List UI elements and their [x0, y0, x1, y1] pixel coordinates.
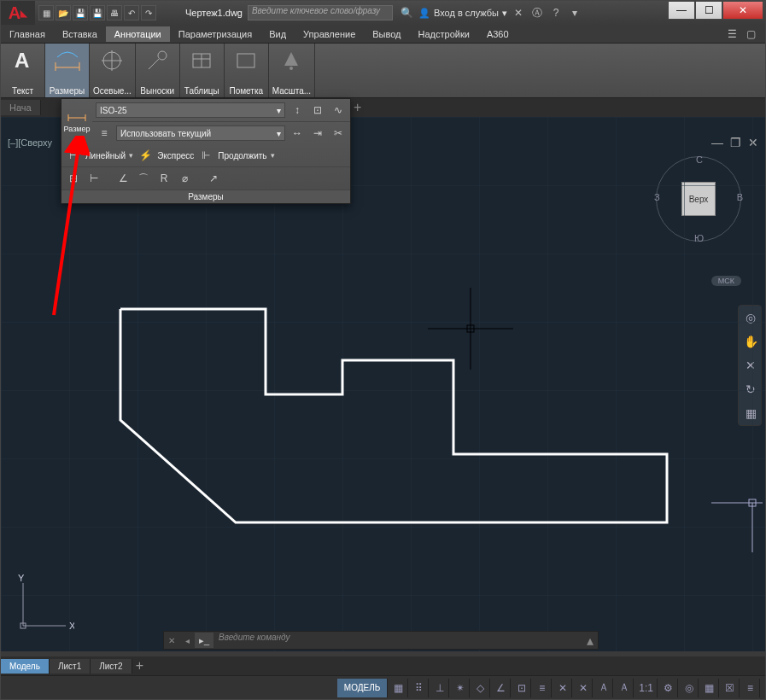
annoscale-icon[interactable]: Ａ — [615, 679, 634, 697]
dim-break-icon[interactable]: ✂ — [330, 125, 347, 142]
tab-a360[interactable]: A360 — [478, 26, 517, 42]
dim-dia-icon[interactable]: ⌀ — [176, 170, 193, 187]
zoom-extents-icon[interactable]: ✕ — [739, 353, 763, 377]
cmdline-drag-icon[interactable]: ◂ — [179, 636, 195, 645]
qat-undo-icon[interactable]: ↶ — [124, 5, 139, 20]
lineweight-icon[interactable]: ✕ — [553, 679, 572, 697]
tab-annotate[interactable]: Аннотации — [106, 26, 170, 42]
dim-spacing-icon[interactable]: ⇥ — [309, 125, 326, 142]
workspace-icon[interactable]: ⚙ — [659, 679, 678, 697]
dimension-tool-button[interactable]: Размер — [61, 99, 92, 138]
dim-override-icon[interactable]: ⊡ — [309, 102, 326, 119]
infocenter-icon[interactable]: 🔍 — [400, 5, 415, 20]
layout-tab-2[interactable]: Лист2 — [91, 659, 132, 674]
vp-restore-icon[interactable]: ❐ — [730, 136, 741, 149]
orbit-icon[interactable]: ↻ — [739, 377, 763, 401]
autodesk-icon[interactable]: Ⓐ — [529, 5, 545, 20]
dim-update-icon[interactable]: ↕ — [289, 102, 306, 119]
dynucs-icon[interactable]: ⊡ — [512, 679, 531, 697]
hardware-icon[interactable]: ▦ — [700, 679, 719, 697]
tab-output[interactable]: Вывод — [364, 26, 409, 42]
viewcube-top-face[interactable]: Верх — [681, 182, 716, 216]
drop-footer[interactable]: Размеры — [61, 190, 350, 203]
help-icon[interactable]: ? — [548, 5, 564, 20]
wcs-badge[interactable]: МСК — [711, 276, 741, 286]
layout-tab-model[interactable]: Модель — [1, 659, 50, 674]
cmdline-history-icon[interactable]: ▴ — [582, 633, 598, 649]
view-cube[interactable]: Верх С Ю З В — [656, 156, 741, 242]
viewcube-west-label[interactable]: З — [654, 192, 660, 202]
dimstyle-dropdown[interactable]: ISO-25▾ — [96, 102, 285, 118]
dim-tol-icon[interactable]: ⊞ — [65, 170, 82, 187]
cmdline-close-icon[interactable]: ✕ — [164, 636, 179, 645]
help-dropdown-icon[interactable]: ▾ — [567, 5, 582, 20]
viewport-label[interactable]: [–][Сверху — [8, 137, 52, 148]
grid-icon[interactable]: ▦ — [389, 679, 408, 697]
qat-redo-icon[interactable]: ↷ — [141, 5, 156, 20]
dim-aligned-icon[interactable]: ↔ — [289, 125, 306, 142]
tab-parametric[interactable]: Параметризация — [170, 26, 260, 42]
motion-icon[interactable]: ▦ — [739, 401, 763, 425]
qat-new-icon[interactable]: ▦ — [38, 5, 54, 20]
viewcube-north-label[interactable]: С — [696, 155, 703, 165]
viewcube-east-label[interactable]: В — [737, 192, 743, 202]
dim-check-icon[interactable]: ∿ — [330, 102, 347, 119]
polar-icon[interactable]: ✴ — [451, 679, 470, 697]
panel-tables[interactable]: Таблицы — [180, 44, 225, 97]
osnap-track-icon[interactable]: ∠ — [492, 679, 511, 697]
tab-view[interactable]: Вид — [260, 26, 295, 42]
ucs-icon[interactable]: X Y — [15, 575, 74, 638]
tab-addins[interactable]: Надстройки — [410, 26, 478, 42]
custom-icon[interactable]: ≡ — [741, 679, 760, 697]
vp-minimize-icon[interactable]: — — [711, 136, 723, 149]
panel-dimensions[interactable]: Размеры — [45, 44, 90, 97]
ribbon-collapse-icon[interactable]: ▢ — [743, 26, 758, 42]
transparency-icon[interactable]: ✕ — [574, 679, 593, 697]
qat-saveas-icon[interactable]: 💾 — [90, 5, 105, 20]
signin-button[interactable]: 👤 Вход в службы ▾ — [418, 5, 507, 20]
tab-more-icon[interactable]: ☰ — [724, 26, 740, 42]
linear-icon[interactable]: ⊢ — [65, 147, 82, 164]
layer-lines-icon[interactable]: ≡ — [96, 125, 113, 142]
search-input[interactable]: Введите ключевое слово/фразу — [248, 5, 393, 20]
command-line[interactable]: ✕ ◂ ▸_ Введите команду ▴ — [163, 631, 599, 650]
vp-close-icon[interactable]: ✕ — [748, 136, 758, 149]
tab-manage[interactable]: Управление — [295, 26, 364, 42]
snap-icon[interactable]: ⠿ — [410, 679, 429, 697]
maximize-button[interactable]: ☐ — [695, 1, 722, 20]
express-icon[interactable]: ⚡ — [137, 147, 154, 164]
layout-tab-add[interactable]: + — [132, 658, 148, 674]
dim-layer-dropdown[interactable]: Использовать текущий▾ — [116, 125, 285, 141]
qat-save-icon[interactable]: 💾 — [73, 5, 88, 20]
drawing-tab-start[interactable]: Нача — [1, 100, 41, 115]
dyn-input-icon[interactable]: ≡ — [533, 679, 552, 697]
isolate-icon[interactable]: ◎ — [680, 679, 699, 697]
dim-jog-icon[interactable]: ↗ — [205, 170, 222, 187]
dim-ang-icon[interactable]: ∠ — [114, 170, 132, 187]
nav-wheel-icon[interactable]: ◎ — [739, 306, 763, 330]
app-logo[interactable]: A◣ — [1, 1, 35, 25]
qat-print-icon[interactable]: 🖶 — [107, 5, 122, 20]
dim-arc-icon[interactable]: ⌒ — [135, 170, 152, 187]
minimize-button[interactable]: — — [668, 1, 695, 20]
exchange-icon[interactable]: ✕ — [511, 5, 526, 20]
ortho-icon[interactable]: ⊥ — [430, 679, 449, 697]
status-model-button[interactable]: МОДЕЛЬ — [337, 679, 388, 697]
dim-ord-icon[interactable]: ⊢ — [85, 170, 102, 187]
dim-rad-icon[interactable]: R — [155, 170, 172, 187]
qat-open-icon[interactable]: 📂 — [56, 5, 71, 20]
scale-label[interactable]: 1:1 — [635, 679, 658, 697]
continue-icon[interactable]: ⊩ — [197, 147, 214, 164]
cmdline-input[interactable]: Введите команду — [213, 633, 582, 648]
pan-icon[interactable]: ✋ — [739, 330, 763, 353]
panel-centerlines[interactable]: Осевые... — [90, 44, 136, 97]
osnap-icon[interactable]: ◇ — [471, 679, 490, 697]
panel-text[interactable]: A Текст — [1, 44, 45, 97]
layout-tab-1[interactable]: Лист1 — [50, 659, 91, 674]
viewcube-south-label[interactable]: Ю — [694, 233, 704, 243]
tab-insert[interactable]: Вставка — [54, 26, 106, 42]
panel-markup[interactable]: Пометка — [225, 44, 269, 97]
tab-home[interactable]: Главная — [1, 26, 54, 42]
close-button[interactable]: ✕ — [722, 1, 763, 20]
panel-scale[interactable]: Масшта... — [269, 44, 315, 97]
